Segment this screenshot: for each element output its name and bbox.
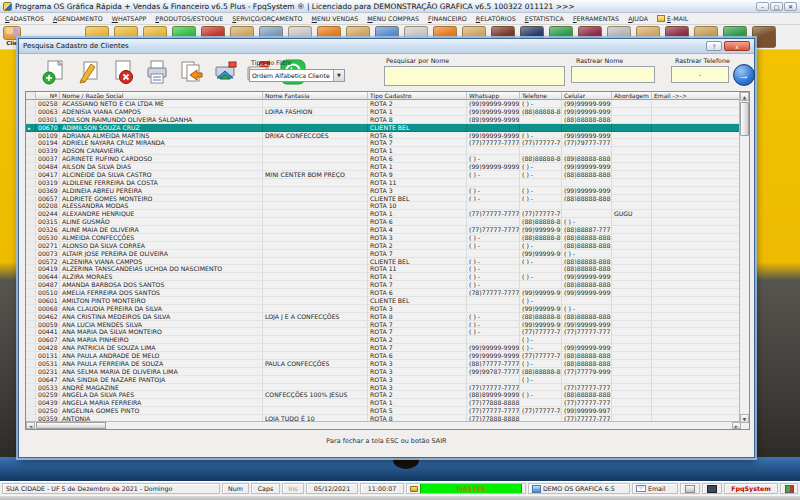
cell-numero: 00510 (36, 289, 60, 297)
table-row[interactable]: 00607 ANA MARIA PINHEIRO ROTA 2 ( ) - (26, 336, 749, 344)
table-row[interactable]: 00510 AMELIA FERREIRA DOS SANTOS ROTA 6 … (26, 289, 749, 297)
table-row[interactable]: 00487 AMANDA BARBOSA DOS SANTOS ROTA 7 (… (26, 281, 749, 289)
scroll-left-icon[interactable]: ◄ (26, 422, 35, 429)
table-row[interactable]: 00194 ADRIELE NAYARA CRUZ MIRANDA ROTA 7… (26, 139, 749, 147)
table-row[interactable]: 00533 ANDRÉ MAGAZINE ROTA 3 (77)77777-77… (26, 384, 749, 392)
search-name-input[interactable] (384, 66, 565, 86)
table-row[interactable]: 00601 AMILTON PINTO MONTEIRO CLIENTE BEL… (26, 297, 749, 305)
dialog-help-button[interactable]: ? (706, 41, 722, 51)
dialog-titlebar[interactable]: Pesquisa Cadastro de Clientes ? x (19, 39, 754, 54)
horizontal-scroll-thumb[interactable] (36, 422, 106, 429)
track-name-input[interactable] (571, 66, 655, 83)
table-row[interactable]: 00484 AILSON DA SILVA DIAS ROTA 1 (99)99… (26, 163, 749, 171)
table-row[interactable]: 00315 ALINE GUSMÃO ROTA 6 (88)88888-8888… (26, 218, 749, 226)
table-row[interactable]: 00530 ALMEIDA CONFECÇÕES ROTA 3 ( ) - (8… (26, 234, 749, 242)
menu-item-servi-o-or-amento[interactable]: SERVIÇO/ORÇAMENTO (232, 15, 302, 22)
add-record-button[interactable] (41, 58, 69, 86)
menu-item-menu-compras[interactable]: MENU COMPRAS (367, 15, 419, 22)
table-row[interactable]: 00059 ANA LUCIA MENDES SILVA ROTA 7 ( ) … (26, 321, 749, 329)
menu-item-whatsapp[interactable]: WHATSAPP (112, 15, 147, 22)
delete-record-button[interactable] (109, 58, 137, 86)
column-header[interactable]: Nome Fantasia (263, 92, 368, 100)
vertical-scroll-thumb[interactable] (740, 102, 749, 136)
menu-item-e-mail[interactable]: E-MAIL (657, 15, 688, 22)
table-row[interactable]: 00572 ALZENIRA VIANA CAMPOS CLIENTE BEL … (26, 258, 749, 266)
column-header[interactable]: Nome / Razão Social (60, 92, 263, 100)
table-row[interactable]: 00326 ALINE MAIA DE OLIVEIRA ROTA 4 (77)… (26, 226, 749, 234)
vertical-scrollbar[interactable]: ▲ ▼ (739, 92, 749, 423)
table-row[interactable]: 00259 ANGELA DA SILVA PAES CONFECÇÕES 10… (26, 391, 749, 399)
cell-celular: (99)99999-9999 (562, 108, 612, 116)
close-button[interactable]: ✕ (784, 2, 797, 11)
table-row[interactable]: 00419 ALZERINA TANSCANDEIAS UCHOA DO NAS… (26, 265, 749, 273)
column-header[interactable]: Celular (562, 92, 612, 100)
row-marker (26, 171, 36, 179)
table-row[interactable]: 00073 ALTAIR JOSE PEREIRA DE OLIVEIRA RO… (26, 250, 749, 258)
cell-tipo-cadastro: ROTA 3 (368, 187, 467, 195)
table-row[interactable]: 00271 ALONSO DA SILVA CORREA ROTA 2 ( ) … (26, 242, 749, 250)
track-phone-input[interactable] (671, 66, 729, 83)
cell-tipo-cadastro: ROTA 2 (368, 391, 467, 399)
cell-abordagem (612, 384, 652, 392)
status-print-button[interactable] (680, 483, 700, 494)
table-row[interactable]: 00644 ALZIRA MORAES ROTA 1 ( ) - ( ) - (… (26, 273, 749, 281)
table-row[interactable]: 00231 ANA SELMA MARIA DE OLIVEIRA LIMA R… (26, 368, 749, 376)
table-row[interactable]: 00647 ANA SINDIA DE NAZARE PANTOJA ROTA … (26, 376, 749, 384)
table-row[interactable]: 00068 ANA CLAUDIA PEREIRA DA SILVA ROTA … (26, 305, 749, 313)
scroll-down-icon[interactable]: ▼ (740, 414, 749, 423)
table-row[interactable]: 00417 ALCINEIDE DA SILVA CASTRO MINI CEN… (26, 171, 749, 179)
edit-record-button[interactable] (75, 58, 103, 86)
minimize-button[interactable]: – (756, 2, 769, 11)
export-records-button[interactable] (177, 58, 205, 86)
dialog-close-button[interactable]: x (724, 41, 750, 51)
print-labels-button[interactable] (211, 58, 239, 86)
column-header[interactable]: Abordagem (612, 92, 652, 100)
menu-item-financeiro[interactable]: FINANCEIRO (428, 15, 467, 22)
table-row[interactable]: 00258 ACASSIANO NETO E CIA LTDA ME ROTA … (26, 100, 749, 108)
table-row[interactable]: 00244 ALEXANDRE HENRIQUE ROTA 1 (77)7777… (26, 210, 749, 218)
scroll-up-icon[interactable]: ▲ (740, 92, 749, 101)
table-row[interactable]: 00369 ALDINEIA ABREU PEREIRA ROTA 3 ( ) … (26, 187, 749, 195)
table-row[interactable]: 00250 ANGELINA GOMES PINTO ROTA 5 (77)77… (26, 407, 749, 415)
table-row[interactable]: 00131 ANA PAULA ANDRADE DE MELO ROTA 6 (… (26, 352, 749, 360)
horizontal-scrollbar[interactable]: ◄ ► (26, 421, 741, 429)
menu-item-relat-rios[interactable]: RELATÓRIOS (476, 15, 516, 22)
column-header[interactable]: Nº (36, 92, 60, 100)
column-header[interactable]: Whatsapp (467, 92, 520, 100)
column-header[interactable]: Tipo Cadastro (368, 92, 467, 100)
table-row[interactable]: 00037 AGRINETE RUFINO CARDOSO ROTA 6 ( )… (26, 155, 749, 163)
menu-item-menu-vendas[interactable]: MENU VENDAS (312, 15, 359, 22)
filter-select[interactable]: Ordem Alfabetica Cliente ▼ (249, 69, 345, 82)
table-row[interactable]: 00319 ALDILENE FERREIRA DA COSTA ROTA 11 (26, 179, 749, 187)
menu-item-ajuda[interactable]: AJUDA (628, 15, 648, 22)
menu-item-estatistica[interactable]: ESTATISTICA (525, 15, 564, 22)
status-app-button[interactable] (780, 483, 798, 494)
table-row[interactable]: 00109 ADRIANA ALMEIDA MARTINS DRIKA CONF… (26, 132, 749, 140)
column-header[interactable]: Email ->-> (652, 92, 749, 100)
scroll-right-icon[interactable]: ► (732, 422, 741, 429)
column-header[interactable]: Telefone (520, 92, 562, 100)
table-row[interactable]: 00462 ANA CRISTINA MEDEIROS DA SILVA LOJ… (26, 313, 749, 321)
table-row[interactable]: 00670 ADIMILSON SOUZA CRUZ CLIENTE BEL (26, 124, 749, 132)
table-row[interactable]: 00301 ADILSON RAIMUNDO OLIVEIRA SALDANHA… (26, 116, 749, 124)
table-row[interactable]: 00441 ANA MARIA DA SILVA MONTEIRO ROTA 7… (26, 328, 749, 336)
table-row[interactable]: 00428 ANA PATRICIA DE SOUZA LIMA ROTA 7 … (26, 344, 749, 352)
menu-item-produtos-estoque[interactable]: PRODUTOS/ESTOQUE (155, 15, 223, 22)
cell-numero: 00109 (36, 132, 60, 140)
status-email-button[interactable]: Email (632, 483, 678, 494)
table-row[interactable]: 00063 ADENISIA VIANA CAMPOS LOIRA FASHIO… (26, 108, 749, 116)
cell-tipo-cadastro: ROTA 2 (368, 242, 467, 250)
status-display-button[interactable] (702, 483, 722, 494)
table-row[interactable]: 00208 ALESSANDRA MODAS ROTA 10 (26, 202, 749, 210)
main-toolbar-icon[interactable] (752, 26, 776, 48)
table-row[interactable]: 00339 ADSON CANAVIEIRA ROTA 1 (26, 147, 749, 155)
search-go-button[interactable]: → (733, 64, 755, 86)
table-row[interactable]: 00531 ANA PAULA FERREIRA DE SOUZA PAULA … (26, 360, 749, 368)
menu-item-ferramentas[interactable]: FERRAMENTAS (573, 15, 619, 22)
menu-item-cadastros[interactable]: CADASTROS (5, 15, 44, 22)
table-row[interactable]: 00439 ANGELA MARIA FERREIRA ROTA 1 (77)7… (26, 399, 749, 407)
maximize-button[interactable]: ▢ (770, 2, 783, 11)
print-button[interactable] (143, 58, 171, 86)
menu-item-agendamento[interactable]: AGENDAMENTO (53, 15, 103, 22)
table-row[interactable]: 00657 ALDRIETE GOMES MONTEIRO CLIENTE BE… (26, 195, 749, 203)
